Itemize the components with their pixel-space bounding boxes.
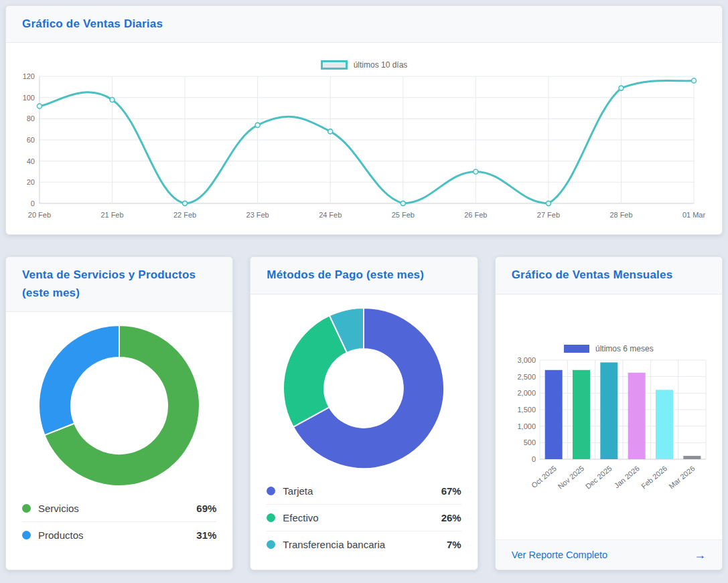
bottom-row: Venta de Servicios y Productos (este mes… — [5, 256, 723, 570]
svg-text:120: 120 — [23, 73, 35, 81]
svg-text:22 Feb: 22 Feb — [173, 211, 196, 219]
dashboard: Gráfico de Ventas Diarias últimos 10 día… — [0, 0, 728, 576]
svg-text:25 Feb: 25 Feb — [392, 211, 415, 219]
monthly-card-header: Gráfico de Ventas Mensuales — [496, 257, 722, 294]
svg-text:100: 100 — [23, 94, 35, 102]
svg-text:23 Feb: 23 Feb — [246, 211, 269, 219]
legend-label: Productos — [38, 529, 84, 541]
legend-value: 67% — [441, 485, 461, 497]
legend-box-icon — [321, 60, 348, 70]
svg-text:500: 500 — [523, 438, 535, 446]
legend-label: Servicios — [38, 503, 79, 514]
services-card-title: Venta de Servicios y Productos (este mes… — [22, 266, 216, 302]
legend-row: Productos31% — [22, 521, 216, 548]
legend-label: Transferencia bancaria — [283, 539, 385, 550]
svg-text:21 Feb: 21 Feb — [100, 211, 123, 219]
services-products-card: Venta de Servicios y Productos (este mes… — [5, 256, 233, 570]
legend-value: 31% — [196, 529, 216, 541]
svg-text:Nov 2025: Nov 2025 — [556, 464, 585, 490]
svg-text:1,500: 1,500 — [517, 406, 536, 414]
daily-card-title: Gráfico de Ventas Diarias — [22, 15, 706, 33]
legend-dot-icon — [22, 504, 31, 513]
payments-legend-list: Tarjeta67%Efectivo26%Transferencia banca… — [250, 475, 477, 570]
legend-row: Transferencia bancaria7% — [267, 531, 461, 558]
svg-text:20: 20 — [27, 179, 35, 187]
svg-text:1,000: 1,000 — [517, 422, 536, 430]
svg-text:20 Feb: 20 Feb — [28, 211, 51, 219]
svg-text:Jan 2026: Jan 2026 — [612, 464, 640, 489]
legend-box-icon — [564, 345, 589, 353]
monthly-bar-chart: 05001,0001,5002,0002,5003,000Oct 2025Nov… — [506, 355, 711, 506]
monthly-bar-block: últimos 6 meses 05001,0001,5002,0002,500… — [506, 344, 711, 506]
line-chart-legend[interactable]: últimos 10 días — [6, 60, 722, 70]
svg-text:60: 60 — [27, 136, 35, 144]
monthly-card-title: Gráfico de Ventas Mensuales — [512, 266, 706, 284]
svg-text:Mar 2026: Mar 2026 — [667, 464, 696, 490]
svg-text:0: 0 — [532, 455, 536, 463]
daily-card-body: últimos 10 días 02040608010012020 Feb21 … — [6, 43, 722, 234]
legend-value: 7% — [447, 539, 461, 550]
svg-text:26 Feb: 26 Feb — [464, 211, 487, 219]
legend-dot-icon — [267, 487, 275, 495]
bar-chart-legend[interactable]: últimos 6 meses — [506, 344, 711, 353]
svg-text:01 Mar: 01 Mar — [682, 211, 705, 219]
legend-value: 69% — [196, 503, 216, 514]
bar-legend-label: últimos 6 meses — [595, 344, 654, 353]
services-card-header: Venta de Servicios y Productos (este mes… — [6, 257, 232, 312]
payment-methods-card: Métodos de Pago (este mes) Tarjeta67%Efe… — [250, 256, 478, 570]
svg-text:80: 80 — [27, 115, 35, 123]
payments-card-body: Tarjeta67%Efectivo26%Transferencia banca… — [250, 295, 477, 570]
view-full-report-link[interactable]: Ver Reporte Completo — [512, 550, 607, 560]
payments-donut-chart — [250, 307, 477, 470]
svg-text:Oct 2025: Oct 2025 — [530, 464, 558, 489]
svg-text:Feb 2026: Feb 2026 — [640, 464, 668, 490]
svg-text:Dec 2025: Dec 2025 — [584, 464, 613, 490]
payments-card-title: Métodos de Pago (este mes) — [267, 266, 461, 284]
svg-text:28 Feb: 28 Feb — [609, 211, 632, 219]
svg-text:2,000: 2,000 — [517, 389, 536, 397]
legend-row: Tarjeta67% — [267, 478, 461, 504]
svg-text:3,000: 3,000 — [517, 356, 536, 364]
svg-text:2,500: 2,500 — [517, 372, 536, 380]
svg-text:0: 0 — [31, 199, 35, 207]
svg-text:24 Feb: 24 Feb — [319, 211, 342, 219]
legend-label: Efectivo — [283, 512, 318, 523]
line-legend-label: últimos 10 días — [354, 60, 408, 70]
legend-row: Efectivo26% — [267, 504, 461, 531]
monthly-card-body: últimos 6 meses 05001,0001,5002,0002,500… — [496, 295, 722, 570]
services-donut-chart — [6, 324, 232, 487]
legend-dot-icon — [267, 513, 275, 522]
monthly-card-footer: Ver Reporte Completo → — [496, 539, 722, 570]
payments-card-header: Métodos de Pago (este mes) — [250, 257, 477, 294]
monthly-sales-card: Gráfico de Ventas Mensuales últimos 6 me… — [495, 256, 723, 570]
services-card-body: Servicios69%Productos31% — [6, 312, 232, 570]
arrow-right-icon[interactable]: → — [694, 549, 706, 561]
svg-text:27 Feb: 27 Feb — [537, 211, 560, 219]
legend-dot-icon — [267, 540, 275, 549]
daily-line-chart: 02040608010012020 Feb21 Feb22 Feb23 Feb2… — [6, 70, 722, 234]
legend-label: Tarjeta — [283, 485, 313, 497]
legend-value: 26% — [441, 512, 461, 523]
legend-dot-icon — [22, 531, 31, 539]
daily-sales-card: Gráfico de Ventas Diarias últimos 10 día… — [5, 5, 723, 235]
legend-row: Servicios69% — [22, 495, 216, 521]
daily-card-header: Gráfico de Ventas Diarias — [6, 6, 722, 43]
services-legend-list: Servicios69%Productos31% — [6, 493, 232, 560]
svg-text:40: 40 — [27, 157, 35, 165]
